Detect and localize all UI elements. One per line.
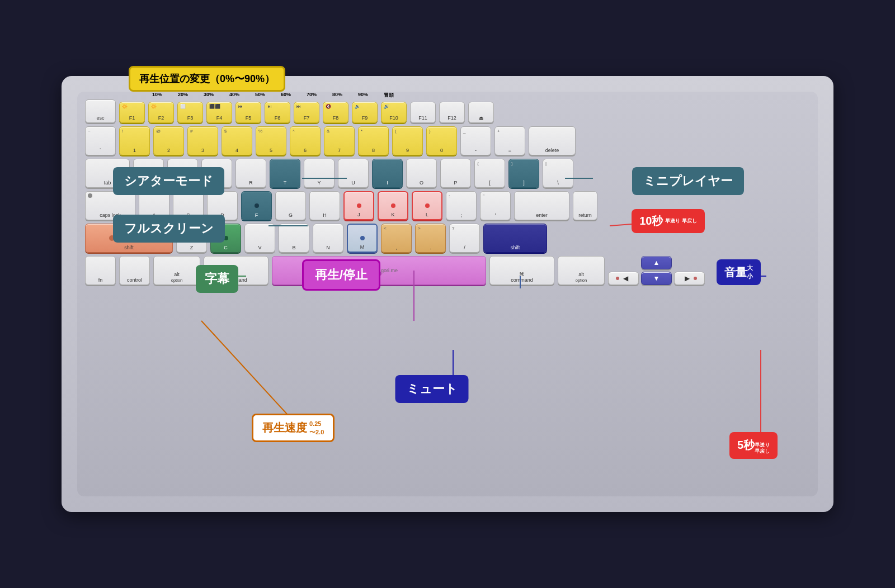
key-equal[interactable]: += (494, 126, 525, 155)
annotation-theater-mode: シアターモード (113, 167, 224, 195)
pct-50: 50% (247, 92, 273, 99)
key-3[interactable]: #3 (187, 126, 218, 155)
annotation-5sec: 5秒 早送り早戻し (729, 432, 778, 459)
key-f12[interactable]: F12 (439, 102, 465, 123)
key-period[interactable]: >. (415, 224, 446, 253)
pct-60: 60% (273, 92, 299, 99)
key-f1[interactable]: 🔆F1 (119, 102, 145, 123)
pct-90: 90% (350, 92, 376, 99)
key-quote[interactable]: "' (480, 191, 511, 220)
key-r[interactable]: R (235, 159, 266, 188)
annotation-mute: ミュート (395, 375, 469, 403)
key-return[interactable]: return (573, 191, 597, 220)
key-arrow-right[interactable]: ▶ (674, 272, 705, 285)
fn-row: esc 🔆F1 🔆F2 ⬜F3 ⬛⬛F4 ⏮F5 ⏯F6 ⏭F7 🔇F8 🔉F9… (85, 99, 810, 123)
key-delete[interactable]: delete (529, 126, 576, 155)
key-p[interactable]: P (440, 159, 471, 188)
annotation-position-change: 再生位置の変更（0%〜90%） (129, 66, 285, 92)
key-f[interactable]: F (241, 191, 272, 220)
key-2[interactable]: @2 (153, 126, 184, 155)
key-f3[interactable]: ⬜F3 (177, 102, 203, 123)
key-i[interactable]: I (372, 159, 403, 188)
pct-10: 10% (144, 92, 170, 99)
annotation-volume: 音量 大小 (717, 259, 761, 285)
annotation-speed: 再生速度 0.25〜2.0 (252, 414, 335, 442)
key-minus[interactable]: _- (460, 126, 491, 155)
key-arrow-down[interactable]: ▼ (641, 272, 672, 285)
annotation-10sec: 10秒 早送り 早戻し (632, 209, 705, 233)
key-0[interactable]: )0 (426, 126, 457, 155)
key-5[interactable]: %5 (256, 126, 286, 155)
key-f7[interactable]: ⏭F7 (294, 102, 319, 123)
key-y[interactable]: Y (304, 159, 335, 188)
key-k[interactable]: K (378, 191, 408, 220)
key-m[interactable]: M (347, 224, 378, 253)
keyboard-body: esc 🔆F1 🔆F2 ⬜F3 ⬛⬛F4 ⏮F5 ⏯F6 ⏭F7 🔇F8 🔉F9… (62, 76, 833, 512)
key-esc[interactable]: esc (85, 99, 116, 123)
key-9[interactable]: (9 (392, 126, 423, 155)
key-arrow-up[interactable]: ▲ (641, 256, 672, 269)
key-f6[interactable]: ⏯F6 (265, 102, 290, 123)
key-f11[interactable]: F11 (410, 102, 436, 123)
key-eject[interactable]: ⏏ (468, 102, 494, 123)
key-8[interactable]: *8 (358, 126, 389, 155)
annotation-play-stop: 再生/停止 (302, 259, 380, 291)
key-tilde[interactable]: ~` (85, 126, 116, 155)
key-j[interactable]: J (343, 191, 374, 220)
pct-30: 30% (196, 92, 222, 99)
key-backslash[interactable]: |\ (543, 159, 573, 188)
key-f9[interactable]: 🔉F9 (352, 102, 378, 123)
bottom-row: fn control altoption ⌘command made by go… (85, 256, 810, 285)
key-n[interactable]: N (313, 224, 343, 253)
key-b[interactable]: B (279, 224, 309, 253)
percent-labels-row: 10% 20% 30% 40% 50% 60% 70% 80% 90% 冒頭 (144, 92, 402, 99)
key-control[interactable]: control (119, 256, 150, 285)
annotation-mini-player: ミニプレイヤー (632, 167, 744, 195)
pct-80: 80% (324, 92, 350, 99)
page-container: Made by ゴリミー： https://gori.me esc 🔆F1 🔆F… (0, 0, 895, 588)
number-row: ~` !1 @2 #3 $4 %5 ^6 &7 *8 (9 )0 _- += d… (85, 126, 810, 155)
key-command-r[interactable]: ⌘command (489, 256, 554, 285)
key-u[interactable]: U (338, 159, 369, 188)
annotation-fullscreen: フルスクリーン (113, 215, 225, 243)
key-f4[interactable]: ⬛⬛F4 (206, 102, 232, 123)
key-g[interactable]: G (275, 191, 306, 220)
key-h[interactable]: H (309, 191, 340, 220)
pct-top: 冒頭 (376, 92, 402, 99)
pct-70: 70% (299, 92, 324, 99)
key-option-l[interactable]: altoption (153, 256, 200, 285)
keyboard-inner: esc 🔆F1 🔆F2 ⬜F3 ⬛⬛F4 ⏮F5 ⏯F6 ⏭F7 🔇F8 🔉F9… (77, 92, 818, 496)
key-f5[interactable]: ⏮F5 (235, 102, 261, 123)
key-t[interactable]: T (270, 159, 300, 188)
key-enter[interactable]: enter (514, 191, 569, 220)
key-f8[interactable]: 🔇F8 (323, 102, 348, 123)
annotation-subtitles: 字幕 (196, 265, 238, 293)
key-1[interactable]: !1 (119, 126, 150, 155)
key-shift-r[interactable]: shift (483, 224, 547, 253)
key-o[interactable]: O (406, 159, 437, 188)
key-bracket-r[interactable]: }] (508, 159, 539, 188)
key-fn[interactable]: fn (85, 256, 116, 285)
key-4[interactable]: $4 (222, 126, 252, 155)
key-semicolon[interactable]: :; (446, 191, 477, 220)
key-bracket-l[interactable]: {[ (474, 159, 505, 188)
key-6[interactable]: ^6 (290, 126, 321, 155)
key-option-r[interactable]: altoption (558, 256, 605, 285)
key-l[interactable]: L (412, 191, 442, 220)
key-f2[interactable]: 🔆F2 (148, 102, 174, 123)
key-comma[interactable]: <, (381, 224, 412, 253)
key-7[interactable]: &7 (324, 126, 355, 155)
key-v[interactable]: V (244, 224, 275, 253)
key-arrow-left[interactable]: ◀ (608, 272, 639, 285)
key-f10[interactable]: 🔊F10 (381, 102, 407, 123)
pct-40: 40% (222, 92, 247, 99)
pct-20: 20% (170, 92, 196, 99)
key-slash[interactable]: ?/ (449, 224, 480, 253)
